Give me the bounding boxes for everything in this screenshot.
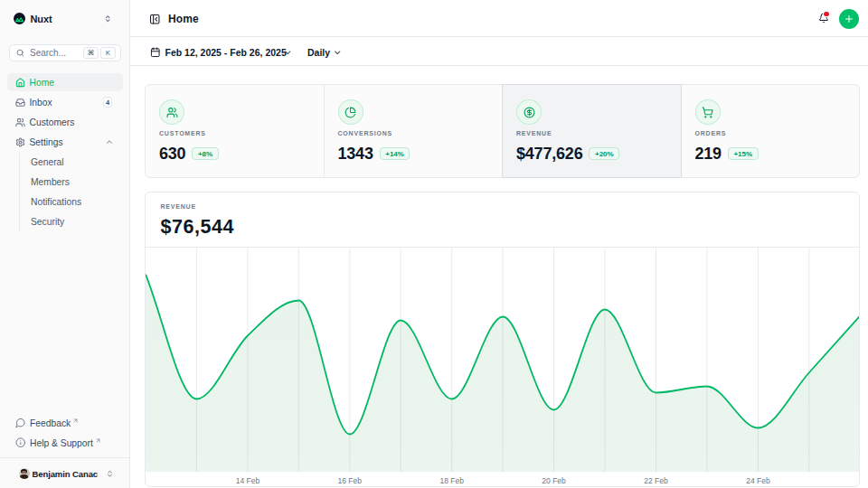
svg-text:14 Feb: 14 Feb — [236, 476, 260, 485]
svg-text:24 Feb: 24 Feb — [746, 476, 770, 485]
svg-text:16 Feb: 16 Feb — [338, 476, 363, 485]
svg-text:22 Feb: 22 Feb — [644, 476, 668, 485]
svg-text:20 Feb: 20 Feb — [542, 476, 566, 485]
svg-text:18 Feb: 18 Feb — [439, 476, 464, 485]
